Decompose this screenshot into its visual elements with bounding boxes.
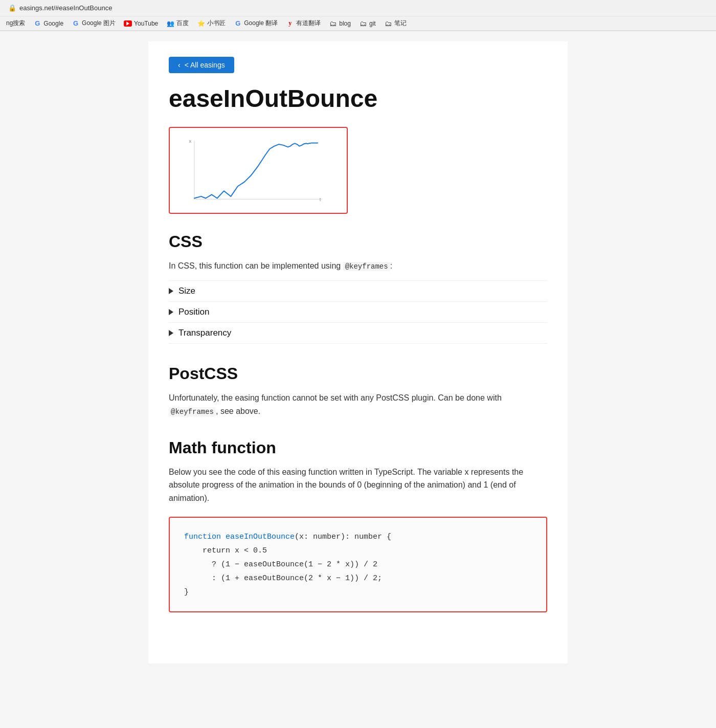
code-ternary-true: ? (1 − easeOutBounce(1 − 2 * x)) / 2 (184, 560, 377, 569)
bookmark-youtube-label: YouTube (134, 20, 158, 27)
collapsible-transparency-label: Transparency (178, 328, 231, 338)
collapsible-position[interactable]: Position (169, 301, 547, 322)
bookmark-git-label: git (369, 20, 376, 27)
bookmark-google-translate[interactable]: G Google 翻译 (234, 19, 278, 28)
math-description: Below you see the code of this easing fu… (169, 466, 547, 505)
bookmark-google-images[interactable]: G Google 图片 (72, 19, 116, 28)
git-folder-icon: 🗂 (359, 19, 367, 28)
css-desc-before: In CSS, this function can be implemented… (169, 261, 343, 270)
postcss-heading: PostCSS (169, 364, 547, 383)
back-button-label: < All easings (185, 61, 225, 69)
easing-graph-svg: x t (178, 136, 339, 205)
code-keyword-function: function (184, 533, 226, 541)
css-desc-after: : (390, 261, 392, 270)
code-return: return x < 0.5 (184, 546, 267, 555)
youdao-icon: y (286, 19, 294, 28)
triangle-transparency-icon (169, 330, 173, 336)
math-section: Math function Below you see the code of … (169, 438, 547, 613)
collapsible-size[interactable]: Size (169, 280, 547, 301)
bookmark-youdao[interactable]: y 有道翻译 (286, 19, 321, 28)
url-text[interactable]: easings.net/#easeInOutBounce (19, 4, 112, 12)
bookmark-google[interactable]: G Google (33, 19, 63, 28)
notes-folder-icon: 🗂 (384, 19, 392, 28)
bookmark-youtube[interactable]: YouTube (124, 19, 158, 28)
bookmark-xiaoshujian-label: 小书匠 (207, 19, 226, 28)
bookmark-notes-label: 笔记 (394, 19, 407, 28)
back-chevron-icon: ‹ (178, 61, 181, 69)
google-images-icon: G (72, 19, 80, 28)
bookmark-google-label: Google (43, 20, 63, 27)
bookmark-google-translate-label: Google 翻译 (244, 19, 278, 28)
code-line-4: : (1 + easeOutBounce(2 * x − 1)) / 2; (184, 571, 532, 585)
bookmark-baidu-label: 百度 (176, 19, 189, 28)
blog-folder-icon: 🗂 (329, 19, 337, 28)
code-line-2: return x < 0.5 (184, 544, 532, 558)
baidu-icon: 👥 (166, 19, 174, 28)
main-content: ‹ < All easings easeInOutBounce x t CSS (148, 41, 568, 664)
css-heading: CSS (169, 232, 547, 251)
triangle-size-icon (169, 288, 173, 294)
code-block: function easeInOutBounce(x: number): num… (169, 517, 547, 612)
google-icon: G (33, 19, 41, 28)
address-bar: 🔒 easings.net/#easeInOutBounce (0, 0, 716, 16)
bookmark-notes[interactable]: 🗂 笔记 (384, 19, 407, 28)
youtube-icon (124, 19, 132, 28)
xiaoshujian-icon: ⭐ (197, 19, 205, 28)
postcss-desc-after: , see above. (216, 407, 260, 415)
bookmark-git[interactable]: 🗂 git (359, 19, 376, 28)
bookmark-youdao-label: 有道翻译 (296, 19, 321, 28)
easing-graph: x t (169, 127, 348, 214)
collapsible-position-label: Position (178, 307, 209, 317)
bookmark-baidu[interactable]: 👥 百度 (166, 19, 189, 28)
bookmarks-bar: ng搜索 G Google G Google 图片 YouTube 👥 百度 ⭐… (0, 16, 716, 31)
code-line-1: function easeInOutBounce(x: number): num… (184, 530, 532, 544)
code-closing-brace: } (184, 588, 189, 597)
css-description: In CSS, this function can be implemented… (169, 259, 547, 273)
collapsible-size-label: Size (178, 286, 195, 296)
lock-icon: 🔒 (8, 4, 16, 12)
page-title: easeInOutBounce (169, 85, 547, 113)
css-collapsibles: Size Position Transparency (169, 280, 547, 344)
browser-chrome: 🔒 easings.net/#easeInOutBounce ng搜索 G Go… (0, 0, 716, 31)
postcss-section: PostCSS Unfortunately, the easing functi… (169, 364, 547, 417)
code-funcname: easeInOutBounce (226, 533, 295, 541)
back-button[interactable]: ‹ < All easings (169, 57, 234, 73)
postcss-description: Unfortunately, the easing function canno… (169, 391, 547, 417)
css-section: CSS In CSS, this function can be impleme… (169, 232, 547, 344)
math-heading: Math function (169, 438, 547, 457)
code-line-3: ? (1 − easeOutBounce(1 − 2 * x)) / 2 (184, 558, 532, 571)
bookmark-search[interactable]: ng搜索 (6, 19, 25, 28)
postcss-desc-before: Unfortunately, the easing function canno… (169, 393, 502, 402)
google-translate-icon: G (234, 19, 242, 28)
search-label: ng搜索 (6, 19, 25, 28)
bookmark-blog[interactable]: 🗂 blog (329, 19, 351, 28)
bookmark-xiaoshujian[interactable]: ⭐ 小书匠 (197, 19, 226, 28)
bookmark-blog-label: blog (339, 20, 351, 27)
bookmark-google-images-label: Google 图片 (82, 19, 116, 28)
triangle-position-icon (169, 309, 173, 315)
code-ternary-false: : (1 + easeOutBounce(2 * x − 1)) / 2; (184, 574, 382, 583)
code-params: (x: number): number { (295, 533, 391, 541)
code-line-5: } (184, 585, 532, 599)
collapsible-transparency[interactable]: Transparency (169, 322, 547, 344)
svg-text:x: x (189, 138, 191, 143)
css-keyframes-code: @keyframes (343, 262, 390, 271)
postcss-keyframes-code: @keyframes (169, 407, 216, 416)
